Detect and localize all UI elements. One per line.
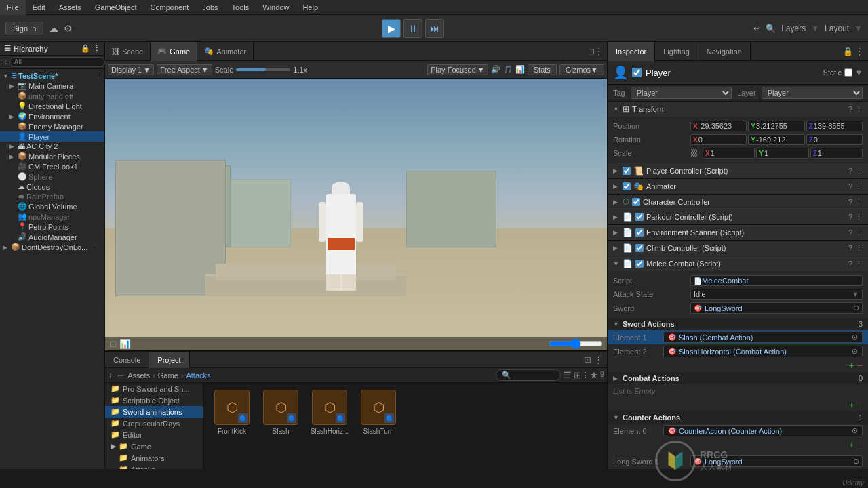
static-dropdown[interactable]: ▼ <box>855 68 863 77</box>
collab-icon[interactable]: ↩ <box>753 24 760 33</box>
settings-icon[interactable]: ⚙ <box>64 23 73 34</box>
panel-max-btn[interactable]: ⊡ <box>584 354 591 365</box>
hierarchy-item[interactable]: ▶ 🌐 Global Volume <box>0 201 104 211</box>
cloud-icon[interactable]: ☁ <box>49 23 58 34</box>
sword-actions-header[interactable]: ▼ Sword Actions 3 <box>608 318 868 330</box>
add-asset-btn[interactable]: + <box>108 370 113 380</box>
hierarchy-item[interactable]: ▶ 👥 npcManager <box>0 211 104 222</box>
menu-tools[interactable]: Tools <box>225 0 256 15</box>
game-zoom-slider[interactable] <box>549 338 603 349</box>
hierarchy-item[interactable]: ▶ 📦 unity hand off <box>0 91 104 101</box>
menu-file[interactable]: File <box>0 0 26 15</box>
path-attacks[interactable]: Attacks <box>186 371 210 380</box>
combat-actions-remove[interactable]: − <box>857 399 863 410</box>
counter-action-element0[interactable]: Element 0 🎯 CounterAction (Counter Actio… <box>608 424 868 438</box>
climb-settings[interactable]: ⋮ <box>855 244 863 253</box>
asset-favorite[interactable]: ★ <box>590 370 598 380</box>
climb-header[interactable]: ▶ 📄 Climb Controller (Script) ? ⋮ <box>608 241 868 256</box>
game-display-select[interactable]: Display 1▼ <box>108 64 154 75</box>
hierarchy-lock[interactable]: 🔒 <box>81 44 90 53</box>
asset-view-grid[interactable]: ⊞ <box>574 370 581 380</box>
scale-slider[interactable] <box>236 68 290 71</box>
path-game[interactable]: Game <box>158 371 178 380</box>
sidebar-editor[interactable]: 📁Editor <box>105 429 203 441</box>
layers-dropdown[interactable]: Layers <box>781 24 806 33</box>
tab-game[interactable]: 🎮 Game <box>151 42 197 61</box>
parkour-header[interactable]: ▶ 📄 Parkour Controller (Script) ? ⋮ <box>608 209 868 224</box>
combat-actions-header[interactable]: ▶ Combat Actions 0 <box>608 372 868 384</box>
hierarchy-item[interactable]: ▶ 📍 PetrolPoints <box>0 222 104 232</box>
script-ref[interactable]: 📄 MeleeCombat <box>690 275 863 286</box>
anim-help[interactable]: ? <box>848 182 852 191</box>
parkour-help[interactable]: ? <box>848 213 852 222</box>
path-assets[interactable]: Assets <box>127 371 150 380</box>
climb-check[interactable] <box>635 244 644 252</box>
stats-button[interactable]: Stats <box>528 64 557 75</box>
asset-frontkick[interactable]: ⬡ 🔵 FrontKick <box>210 390 254 435</box>
element1-link[interactable]: ⊙ <box>852 333 858 342</box>
melee-check[interactable] <box>635 260 644 268</box>
env-help[interactable]: ? <box>848 228 852 237</box>
counter-actions-add[interactable]: + <box>849 439 854 450</box>
layout-dropdown[interactable]: Layout <box>825 24 849 33</box>
counter-actions-header[interactable]: ▼ Counter Actions 1 <box>608 411 868 424</box>
add-hierarchy-btn[interactable]: + <box>3 57 8 67</box>
player-controller-header[interactable]: ▶ 📜 Player Controller (Script) ? ⋮ <box>608 163 868 178</box>
sidebar-scriptable[interactable]: 📁Scriptable Object <box>105 394 203 406</box>
pc-settings[interactable]: ⋮ <box>855 167 863 176</box>
asset-search-input[interactable] <box>514 371 555 380</box>
tab-animator[interactable]: 🎭 Animator <box>197 42 254 61</box>
hierarchy-item[interactable]: ▶ 📷 Main Camera <box>0 81 104 91</box>
tab-lighting[interactable]: Lighting <box>655 42 698 61</box>
sidebar-attacks[interactable]: 📁Attacks <box>105 464 203 469</box>
hierarchy-search[interactable] <box>9 57 105 67</box>
melee-header[interactable]: ▼ 📄 Melee Combat (Script) ? ⋮ <box>608 256 868 271</box>
sword-actions-add[interactable]: + <box>849 360 854 371</box>
tab-project[interactable]: Project <box>149 352 189 368</box>
counter-actions-remove[interactable]: − <box>857 439 863 450</box>
tag-select[interactable]: Player <box>631 87 732 99</box>
back-btn[interactable]: ← <box>116 370 125 380</box>
hierarchy-item[interactable]: ▶ 🌧 RainPrefab <box>0 192 104 201</box>
hierarchy-item[interactable]: ▶ 📦 DontDestroyOnLo... ⋮ <box>0 242 104 252</box>
melee-settings[interactable]: ⋮ <box>855 260 863 268</box>
cc-settings[interactable]: ⋮ <box>855 197 863 206</box>
menu-help[interactable]: Help <box>296 0 325 15</box>
hierarchy-scene[interactable]: ▼ ⊟ TestScene* ⋮ <box>0 70 104 81</box>
asset-view-list[interactable]: ☰ <box>564 370 572 380</box>
element2-link[interactable]: ⊙ <box>852 347 858 356</box>
sidebar-crepuscular[interactable]: 📁CrepuscularRays <box>105 418 203 429</box>
melee-help[interactable]: ? <box>848 260 852 268</box>
combat-actions-add[interactable]: + <box>849 399 854 410</box>
animator-header[interactable]: ▶ 🎭 Animator ? ⋮ <box>608 179 868 194</box>
inspector-lock[interactable]: 🔒 <box>843 47 853 56</box>
tab-navigation[interactable]: Navigation <box>698 42 751 61</box>
search-toolbar-icon[interactable]: 🔍 <box>766 24 776 33</box>
hierarchy-item[interactable]: ▶ 💡 Directional Light <box>0 101 104 111</box>
hierarchy-item[interactable]: ▶ 🎥 CM FreeLook1 <box>0 161 104 171</box>
play-focused-btn[interactable]: Play Focused ▼ <box>427 64 488 75</box>
game-aspect-select[interactable]: Free Aspect▼ <box>157 64 212 75</box>
transform-header[interactable]: ▼ ⊞ Transform ? ⋮ <box>608 102 868 117</box>
env-scanner-header[interactable]: ▶ 📄 Environment Scanner (Script) ? ⋮ <box>608 225 868 240</box>
hierarchy-menu[interactable]: ⋮ <box>93 44 100 53</box>
sidebar-sword-anim[interactable]: 📁Sword animations <box>105 406 203 418</box>
tab-console[interactable]: Console <box>105 352 149 368</box>
asset-slashturn[interactable]: ⬡ 🔵 SlashTurn <box>357 390 400 435</box>
static-checkbox[interactable] <box>844 68 852 77</box>
cc-header[interactable]: ▶ ⬡ Character Controller ? ⋮ <box>608 195 868 209</box>
hierarchy-item[interactable]: ▶ 🔊 AudioManager <box>0 232 104 242</box>
hierarchy-player[interactable]: ▶ 👤 Player <box>0 131 104 142</box>
menu-jobs[interactable]: Jobs <box>195 0 224 15</box>
sword-action-element2[interactable]: Element 2 🎯 SlashHorizontal (Combat Acti… <box>608 344 868 359</box>
sword-action-element1[interactable]: Element 1 🎯 Slash (Combat Action) ⊙ <box>608 330 868 344</box>
view-maximize-btn[interactable]: ⊡ <box>588 47 595 56</box>
asset-view-col[interactable]: ⫶ <box>583 370 588 380</box>
signin-button[interactable]: Sign In <box>5 22 43 35</box>
hierarchy-item[interactable]: ▶ 📦 Modular Pieces <box>0 151 104 161</box>
hierarchy-item[interactable]: ▶ ⚪ Sphere <box>0 171 104 182</box>
menu-assets[interactable]: Assets <box>52 0 88 15</box>
view-menu-btn[interactable]: ⋮ <box>595 47 603 56</box>
transform-help[interactable]: ? <box>848 105 852 114</box>
counter-link[interactable]: ⊙ <box>852 426 858 435</box>
